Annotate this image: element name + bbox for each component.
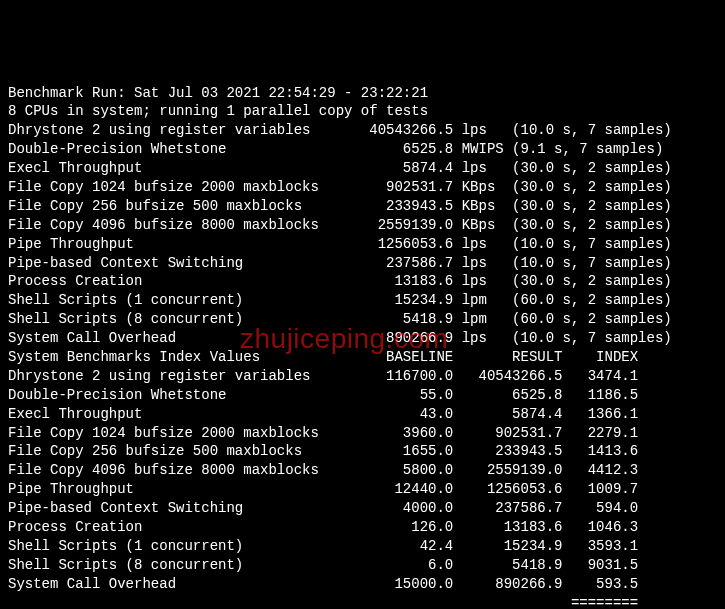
output-line: Execl Throughput 43.0 5874.4 1366.1 bbox=[8, 405, 717, 424]
output-line: File Copy 256 bufsize 500 maxblocks 2339… bbox=[8, 197, 717, 216]
output-line: Pipe Throughput 1256053.6 lps (10.0 s, 7… bbox=[8, 235, 717, 254]
output-line: System Benchmarks Index Values BASELINE … bbox=[8, 348, 717, 367]
output-line: File Copy 256 bufsize 500 maxblocks 1655… bbox=[8, 442, 717, 461]
output-line: Shell Scripts (8 concurrent) 6.0 5418.9 … bbox=[8, 556, 717, 575]
output-line: Shell Scripts (1 concurrent) 15234.9 lpm… bbox=[8, 291, 717, 310]
output-line: File Copy 1024 bufsize 2000 maxblocks 39… bbox=[8, 424, 717, 443]
output-line: System Call Overhead 15000.0 890266.9 59… bbox=[8, 575, 717, 594]
output-line: Dhrystone 2 using register variables 116… bbox=[8, 367, 717, 386]
output-line: Process Creation 13183.6 lps (30.0 s, 2 … bbox=[8, 272, 717, 291]
output-line: File Copy 1024 bufsize 2000 maxblocks 90… bbox=[8, 178, 717, 197]
output-line: Pipe-based Context Switching 4000.0 2375… bbox=[8, 499, 717, 518]
output-line: Double-Precision Whetstone 6525.8 MWIPS … bbox=[8, 140, 717, 159]
output-line: Shell Scripts (1 concurrent) 42.4 15234.… bbox=[8, 537, 717, 556]
output-line: 8 CPUs in system; running 1 parallel cop… bbox=[8, 102, 717, 121]
output-line: File Copy 4096 bufsize 8000 maxblocks 25… bbox=[8, 216, 717, 235]
output-line: File Copy 4096 bufsize 8000 maxblocks 58… bbox=[8, 461, 717, 480]
output-line: Dhrystone 2 using register variables 405… bbox=[8, 121, 717, 140]
output-line: Double-Precision Whetstone 55.0 6525.8 1… bbox=[8, 386, 717, 405]
output-line: Benchmark Run: Sat Jul 03 2021 22:54:29 … bbox=[8, 84, 717, 103]
output-line: ======== bbox=[8, 594, 717, 609]
output-line: Execl Throughput 5874.4 lps (30.0 s, 2 s… bbox=[8, 159, 717, 178]
output-line: Process Creation 126.0 13183.6 1046.3 bbox=[8, 518, 717, 537]
output-line: Shell Scripts (8 concurrent) 5418.9 lpm … bbox=[8, 310, 717, 329]
output-line: Pipe Throughput 12440.0 1256053.6 1009.7 bbox=[8, 480, 717, 499]
output-line: System Call Overhead 890266.9 lps (10.0 … bbox=[8, 329, 717, 348]
terminal-output: Benchmark Run: Sat Jul 03 2021 22:54:29 … bbox=[8, 84, 717, 609]
output-line: Pipe-based Context Switching 237586.7 lp… bbox=[8, 254, 717, 273]
